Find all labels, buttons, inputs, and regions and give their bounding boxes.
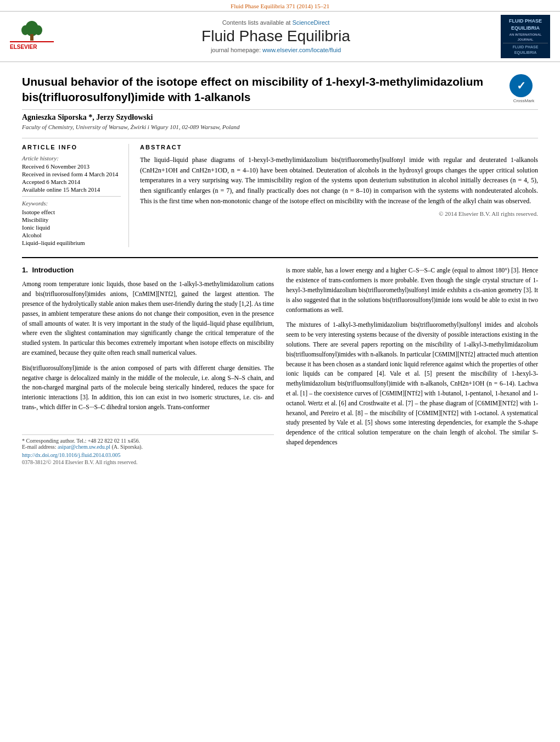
abstract-copyright: © 2014 Elsevier B.V. All rights reserved… — [140, 210, 538, 217]
sciencedirect-link[interactable]: ScienceDirect — [292, 19, 329, 26]
crossmark-icon: ✓ — [509, 74, 533, 97]
intro-heading: 1. Introduction — [22, 266, 274, 274]
section-number: 1. — [22, 266, 28, 274]
affiliation: Faculty of Chemistry, University of Wars… — [22, 124, 538, 135]
intro-para2: Bis(trifluorosulfonyl)imide is the anion… — [22, 364, 274, 412]
footnote-corresponding: * Corresponding author. Tel.: +48 22 822… — [22, 438, 274, 444]
two-col-section: ARTICLE INFO Article history: Received 6… — [22, 138, 538, 247]
section-title: Introduction — [32, 266, 74, 274]
article-title-section: Unusual behavior of the isotope effect o… — [22, 66, 538, 110]
homepage-url[interactable]: www.elsevier.com/locate/fluid — [262, 47, 341, 53]
elsevier-logo: ELSEVIER — [10, 20, 57, 53]
svg-point-4 — [21, 25, 29, 35]
footnote-area: * Corresponding author. Tel.: +48 22 822… — [22, 434, 274, 465]
keyword-4: Alcohol — [22, 232, 121, 238]
crossmark-label: CrossMark — [509, 98, 538, 103]
top-bar: Fluid Phase Equilibria 371 (2014) 15–21 — [0, 0, 560, 11]
article-info-col: ARTICLE INFO Article history: Received 6… — [22, 144, 129, 247]
journal-ref: Fluid Phase Equilibria 371 (2014) 15–21 — [231, 3, 329, 9]
received-revised-date: Received in revised form 4 March 2014 — [22, 171, 121, 177]
svg-rect-3 — [30, 34, 33, 41]
email-person: (A. Siporska). — [112, 444, 143, 450]
article-info-heading: ARTICLE INFO — [22, 144, 121, 150]
svg-point-5 — [35, 25, 42, 35]
contents-label: Contents lists available at ScienceDirec… — [57, 19, 495, 26]
keyword-2: Miscibility — [22, 216, 121, 223]
abstract-col: ABSTRACT The liquid–liquid phase diagram… — [140, 144, 538, 247]
doi-line[interactable]: http://dx.doi.org/10.1016/j.fluid.2014.0… — [22, 452, 274, 458]
intro-para3: is more stable, has a lower energy and a… — [286, 266, 538, 315]
keyword-1: Isotope effect — [22, 209, 121, 215]
footnote-email: E-mail address: asipar@chem.uw.edu.pl (A… — [22, 444, 274, 450]
svg-text:ELSEVIER: ELSEVIER — [10, 44, 37, 50]
info-divider — [22, 196, 121, 197]
authors-line: Agnieszka Siporska *, Jerzy Szydłowski — [22, 110, 538, 124]
journal-logo-box: FLUID PHASE EQUILIBRIA AN INTERNATIONAL … — [501, 15, 550, 58]
article-title: Unusual behavior of the isotope effect o… — [22, 74, 503, 105]
elsevier-svg: ELSEVIER — [10, 20, 54, 51]
accepted-date: Accepted 6 March 2014 — [22, 178, 121, 185]
abstract-heading: ABSTRACT — [140, 144, 538, 150]
issn-line: 0378-3812/© 2014 Elsevier B.V. All right… — [22, 459, 274, 465]
available-date: Available online 15 March 2014 — [22, 186, 121, 193]
email-label: E-mail address: — [22, 444, 56, 450]
email-address[interactable]: asipar@chem.uw.edu.pl — [58, 444, 110, 450]
journal-logo: FLUID PHASE EQUILIBRIA AN INTERNATIONAL … — [501, 15, 550, 58]
journal-title-header: Fluid Phase Equilibria — [57, 27, 495, 45]
author-names: Agnieszka Siporska *, Jerzy Szydłowski — [22, 113, 153, 121]
keyword-3: Ionic liquid — [22, 224, 121, 231]
intro-para4: The mixtures of 1-alkyl-3-methylimidazol… — [286, 320, 538, 448]
keyword-5: Liquid–liquid equilibrium — [22, 239, 121, 246]
journal-homepage: journal homepage: www.elsevier.com/locat… — [57, 47, 495, 53]
header: ELSEVIER Contents lists available at Sci… — [0, 11, 560, 62]
received-date: Received 6 November 2013 — [22, 163, 121, 170]
intro-para1: Among room temperature ionic liquids, th… — [22, 280, 274, 358]
body-left: 1. Introduction Among room temperature i… — [22, 266, 274, 465]
history-label: Article history: — [22, 155, 121, 161]
header-center: Contents lists available at ScienceDirec… — [57, 19, 495, 53]
crossmark-area: ✓ CrossMark — [509, 74, 538, 103]
main-content: Unusual behavior of the isotope effect o… — [0, 62, 560, 471]
svg-rect-0 — [10, 41, 54, 42]
body-right: is more stable, has a lower energy and a… — [286, 266, 538, 465]
keywords-label: Keywords: — [22, 200, 121, 207]
body-section: 1. Introduction Among room temperature i… — [22, 257, 538, 465]
abstract-text: The liquid–liquid phase diagrams of 1-he… — [140, 155, 538, 206]
